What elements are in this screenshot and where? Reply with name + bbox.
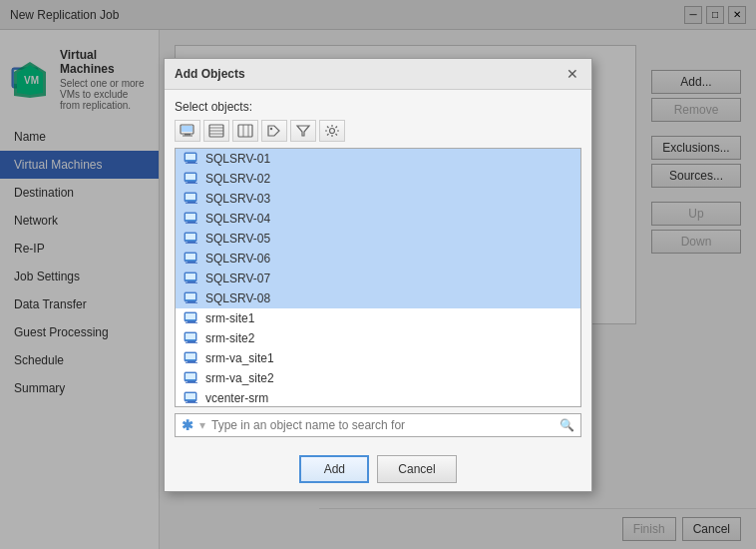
svg-line-25 — [336, 134, 338, 136]
list-item[interactable]: SQLSRV-08 — [176, 288, 580, 308]
settings-icon-button[interactable] — [319, 120, 345, 142]
svg-rect-61 — [186, 313, 195, 319]
list-item[interactable]: SQLSRV-05 — [176, 229, 580, 249]
svg-rect-66 — [188, 341, 195, 342]
svg-rect-58 — [188, 301, 195, 302]
svg-line-27 — [327, 134, 329, 136]
item-name: SQLSRV-02 — [205, 172, 270, 186]
list-item[interactable]: SQLSRV-04 — [176, 209, 580, 229]
list-item[interactable]: SQLSRV-03 — [176, 189, 580, 209]
vm-icon — [184, 330, 199, 346]
svg-rect-77 — [186, 393, 195, 399]
svg-rect-7 — [182, 126, 192, 132]
item-name: SQLSRV-05 — [205, 232, 270, 246]
select-objects-label: Select objects: — [175, 100, 581, 114]
add-objects-dialog: Add Objects ✕ Select objects: — [164, 58, 592, 492]
svg-rect-78 — [188, 401, 195, 402]
svg-rect-55 — [186, 282, 197, 283]
tag-button[interactable] — [261, 120, 287, 142]
list-item[interactable]: srm-site2 — [176, 328, 580, 348]
list-item[interactable]: SQLSRV-06 — [176, 249, 580, 269]
svg-rect-42 — [188, 222, 195, 223]
vm-icon — [184, 271, 199, 286]
dialog-title: Add Objects — [175, 67, 245, 81]
svg-rect-37 — [186, 194, 195, 200]
search-input[interactable] — [211, 418, 556, 432]
item-name: srm-site1 — [205, 311, 254, 325]
svg-rect-67 — [186, 342, 197, 343]
dialog-close-button[interactable]: ✕ — [564, 65, 581, 83]
svg-rect-31 — [186, 163, 197, 164]
item-name: SQLSRV-06 — [205, 252, 270, 266]
dialog-cancel-button[interactable]: Cancel — [377, 455, 456, 483]
svg-point-19 — [330, 128, 335, 133]
vm-icon — [184, 390, 199, 406]
item-name: SQLSRV-03 — [205, 192, 270, 206]
svg-rect-74 — [188, 381, 195, 382]
svg-rect-65 — [186, 333, 195, 339]
vm-icon — [184, 211, 199, 227]
list-item[interactable]: srm-va_site1 — [176, 348, 580, 368]
svg-rect-62 — [188, 321, 195, 322]
list-item[interactable]: SQLSRV-02 — [176, 169, 580, 189]
dialog-footer: Add Cancel — [165, 447, 591, 491]
dialog-add-button[interactable]: Add — [299, 455, 369, 483]
svg-rect-29 — [186, 154, 195, 160]
svg-rect-71 — [186, 362, 197, 363]
search-bar: ✱ ▾ 🔍 — [175, 413, 581, 437]
vm-icon — [184, 231, 199, 247]
svg-rect-59 — [186, 302, 197, 303]
svg-rect-57 — [186, 293, 195, 299]
list-item[interactable]: SQLSRV-07 — [176, 269, 580, 288]
main-window: New Replication Job ─ □ ✕ VM — [0, 0, 756, 549]
list-item[interactable]: vcenter-srm — [176, 388, 580, 407]
list-item[interactable]: srm-site1 — [176, 308, 580, 328]
filter-button[interactable] — [290, 120, 316, 142]
objects-list[interactable]: SQLSRV-01 SQLSRV-02 SQLSRV-03 SQLSRV-04 … — [175, 148, 581, 407]
svg-rect-63 — [186, 322, 197, 323]
svg-rect-38 — [188, 202, 195, 203]
svg-rect-8 — [185, 134, 190, 136]
svg-rect-46 — [188, 242, 195, 243]
item-name: SQLSRV-01 — [205, 152, 270, 166]
item-name: SQLSRV-08 — [205, 291, 270, 305]
list-item[interactable]: SQLSRV-01 — [176, 149, 580, 169]
svg-line-24 — [327, 126, 329, 128]
svg-rect-34 — [188, 182, 195, 183]
svg-rect-79 — [186, 402, 197, 403]
svg-rect-47 — [186, 243, 197, 244]
svg-rect-9 — [183, 135, 192, 136]
svg-rect-73 — [186, 373, 195, 379]
svg-rect-35 — [186, 183, 197, 184]
list-view-button[interactable] — [203, 120, 229, 142]
dialog-title-bar: Add Objects ✕ — [165, 59, 591, 90]
columns-button[interactable] — [232, 120, 258, 142]
vm-icon — [184, 370, 199, 386]
svg-rect-50 — [188, 262, 195, 263]
item-name: srm-va_site1 — [205, 351, 274, 365]
dialog-content: Select objects: — [165, 90, 591, 447]
svg-rect-51 — [186, 263, 197, 264]
vm-icon — [184, 310, 199, 326]
svg-rect-49 — [186, 254, 195, 260]
search-separator: ▾ — [199, 418, 205, 432]
svg-rect-39 — [186, 203, 197, 204]
svg-rect-54 — [188, 281, 195, 282]
item-name: vcenter-srm — [205, 391, 268, 405]
view-vms-button[interactable] — [175, 120, 200, 142]
vm-icon — [184, 171, 199, 187]
list-item[interactable]: srm-va_site2 — [176, 368, 580, 388]
vm-icon — [184, 151, 199, 167]
vm-icon — [184, 290, 199, 306]
svg-rect-45 — [186, 234, 195, 240]
item-name: SQLSRV-04 — [205, 212, 270, 226]
svg-rect-75 — [186, 382, 197, 383]
svg-point-17 — [270, 127, 272, 129]
svg-rect-33 — [186, 174, 195, 180]
svg-rect-70 — [188, 361, 195, 362]
vm-icon — [184, 350, 199, 366]
search-button[interactable]: 🔍 — [560, 418, 574, 432]
svg-rect-43 — [186, 223, 197, 224]
item-name: SQLSRV-07 — [205, 272, 270, 285]
vm-icon — [184, 251, 199, 267]
